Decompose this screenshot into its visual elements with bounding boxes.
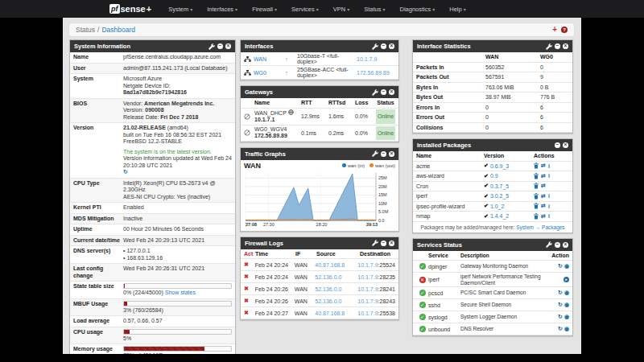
breadcrumb-page-link[interactable]: Dashboard xyxy=(101,26,135,34)
nav-item-diagnostics[interactable]: Diagnostics▾ xyxy=(392,6,442,13)
log-source-link[interactable]: 40.87.168.8 xyxy=(315,311,357,316)
reinstall-icon[interactable]: ⇄ xyxy=(541,193,546,200)
minimize-icon[interactable]: − xyxy=(381,43,386,49)
minimize-icon[interactable]: − xyxy=(555,242,560,248)
close-icon[interactable]: × xyxy=(563,142,568,148)
log-destination-link[interactable]: 10.1.7.9 xyxy=(357,286,378,292)
interface-name-link[interactable]: WG0 xyxy=(254,70,276,76)
stop-icon[interactable]: ◉ xyxy=(564,302,569,308)
minimize-icon[interactable]: − xyxy=(555,43,560,49)
packages-footer-link[interactable]: System → Packages xyxy=(516,224,564,230)
wrench-icon[interactable] xyxy=(372,89,378,96)
start-icon[interactable]: ▸ xyxy=(564,277,569,282)
close-icon[interactable]: × xyxy=(389,43,394,49)
block-icon[interactable]: ✖ xyxy=(244,310,255,316)
stop-icon[interactable]: ◉ xyxy=(564,290,569,296)
info-icon[interactable]: i xyxy=(548,213,550,219)
close-icon[interactable]: × xyxy=(389,89,394,95)
close-icon[interactable]: × xyxy=(563,43,568,49)
trash-icon[interactable] xyxy=(534,183,539,189)
sitemap-icon[interactable] xyxy=(244,56,251,62)
package-version-link[interactable]: 3.0.2_5 xyxy=(490,193,509,199)
restart-icon[interactable]: ↻ xyxy=(558,326,563,332)
log-source-link[interactable]: 52.136.0.0 xyxy=(315,298,357,304)
package-version-link[interactable]: 0.3.7_5 xyxy=(490,183,509,189)
package-version-link[interactable]: 0.9 xyxy=(490,173,498,179)
restart-icon[interactable]: ↻ xyxy=(558,290,563,296)
nav-item-status[interactable]: Status▾ xyxy=(357,6,392,13)
nav-item-firewall[interactable]: Firewall▾ xyxy=(245,6,284,13)
log-source-link[interactable]: 52.136.0.0 xyxy=(315,286,357,292)
info-icon[interactable]: i xyxy=(548,193,550,199)
stat-wg0-value: 0 xyxy=(540,64,569,70)
trash-icon[interactable] xyxy=(534,193,539,200)
close-icon[interactable]: × xyxy=(563,242,568,248)
wrench-icon[interactable] xyxy=(546,43,552,50)
check-circle-icon[interactable] xyxy=(244,130,250,136)
wrench-icon[interactable] xyxy=(372,150,378,157)
interfaces-table: WAN↑10Gbase-T <full-duplex>10.1.7.9WG0↑2… xyxy=(241,52,398,80)
log-source-link[interactable]: 52.136.0.0 xyxy=(315,274,357,280)
minimize-icon[interactable]: − xyxy=(555,142,560,148)
log-destination-link[interactable]: 10.1.7.9 xyxy=(357,262,378,268)
wrench-icon[interactable] xyxy=(546,241,552,248)
nav-item-vpn[interactable]: VPN▾ xyxy=(326,6,357,13)
block-icon[interactable]: ✖ xyxy=(244,298,255,304)
minimize-icon[interactable]: − xyxy=(381,89,386,95)
block-icon[interactable]: ✖ xyxy=(244,261,255,268)
nav-item-system[interactable]: System▾ xyxy=(161,6,200,13)
trash-icon[interactable] xyxy=(534,173,539,179)
reinstall-icon[interactable]: ⇄ xyxy=(541,183,546,189)
interface-name-link[interactable]: WAN xyxy=(254,56,276,62)
info-icon[interactable]: i xyxy=(548,204,550,209)
block-icon[interactable]: ✖ xyxy=(244,274,255,280)
package-actions: ⇄i xyxy=(534,203,569,209)
trash-icon[interactable] xyxy=(534,203,539,209)
log-destination-link[interactable]: 10.1.7.9 xyxy=(357,274,378,280)
nav-item-help[interactable]: Help▾ xyxy=(442,6,473,13)
reinstall-icon[interactable]: ⇄ xyxy=(541,203,546,209)
minimize-icon[interactable]: − xyxy=(381,151,386,157)
log-source-link[interactable]: 40.87.168.8 xyxy=(315,262,357,268)
minimize-icon[interactable]: − xyxy=(381,241,386,246)
refresh-icon[interactable]: ↻ xyxy=(123,169,128,175)
nav-item-services[interactable]: Services▾ xyxy=(284,6,326,13)
reinstall-icon[interactable]: ⇄ xyxy=(541,173,546,179)
check-circle-icon[interactable] xyxy=(244,113,250,120)
info-icon[interactable]: i xyxy=(548,163,550,169)
restart-icon[interactable]: ↻ xyxy=(558,314,563,320)
wrench-icon[interactable] xyxy=(372,43,378,50)
minimize-icon[interactable]: − xyxy=(217,43,223,49)
block-icon[interactable]: ✖ xyxy=(244,286,255,292)
package-version-link[interactable]: 1.0_2 xyxy=(490,204,505,209)
package-version-link[interactable]: 1.4.4_2 xyxy=(490,213,509,219)
nav-item-interfaces[interactable]: Interfaces▾ xyxy=(200,6,245,13)
info-icon[interactable]: i xyxy=(548,173,550,179)
stop-icon[interactable]: ◉ xyxy=(564,263,569,269)
close-icon[interactable]: × xyxy=(389,241,394,246)
log-destination-link[interactable]: 10.1.7.9 xyxy=(357,298,378,304)
restart-icon[interactable]: ↻ xyxy=(558,302,563,308)
show-states-link[interactable]: Show states xyxy=(165,290,196,295)
stop-icon[interactable]: ◉ xyxy=(564,314,569,320)
sitemap-icon[interactable] xyxy=(244,70,251,76)
package-version-link[interactable]: 0.6.9_3 xyxy=(490,163,509,169)
interface-ip[interactable]: 10.1.7.9 xyxy=(357,56,395,62)
reinstall-icon[interactable]: ⇄ xyxy=(541,213,546,220)
log-destination-link[interactable]: 10.1.7.9 xyxy=(357,311,378,316)
stop-icon[interactable]: ◉ xyxy=(564,326,569,332)
close-icon[interactable]: × xyxy=(225,43,231,49)
restart-icon[interactable]: ↻ xyxy=(558,263,563,269)
wrench-icon[interactable] xyxy=(372,240,378,246)
reinstall-icon[interactable]: ⇄ xyxy=(541,162,546,169)
pfsense-logo[interactable]: pf sense + xyxy=(109,4,151,14)
add-widget-icon[interactable]: + xyxy=(552,27,557,33)
interface-ip[interactable]: 172.56.89.89 xyxy=(357,70,395,76)
help-icon[interactable]: ? xyxy=(561,27,568,33)
globe-icon[interactable] xyxy=(288,109,294,115)
trash-icon[interactable] xyxy=(534,162,539,169)
close-icon[interactable]: × xyxy=(389,151,394,157)
wrench-icon[interactable] xyxy=(208,43,215,50)
system-info-row: CPU TypeIntel(R) Xeon(R) CPU E5-2673 v4 … xyxy=(70,179,235,204)
trash-icon[interactable] xyxy=(534,213,539,220)
